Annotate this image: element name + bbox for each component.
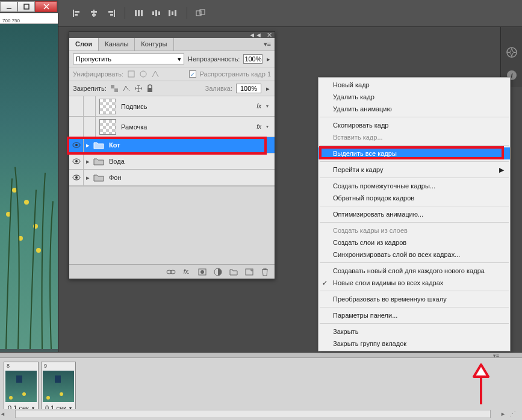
expand-icon[interactable]: ▸ [86, 158, 90, 165]
align-left-icon[interactable] [70, 7, 84, 20]
window-chrome [0, 0, 58, 13]
propagate-checkbox[interactable] [189, 70, 196, 78]
menu-optimize[interactable]: Оптимизировать анимацию... [318, 208, 510, 220]
link-layers-icon[interactable] [166, 267, 176, 277]
distribute-center-icon[interactable] [149, 7, 163, 20]
menu-new-frame[interactable]: Новый кадр [318, 79, 510, 91]
visibility-toggle[interactable] [69, 170, 84, 185]
svg-rect-18 [158, 11, 160, 15]
panel-menu-icon[interactable]: ▾≡ [493, 353, 499, 359]
fx-icon[interactable]: fx. [182, 267, 191, 277]
fx-expand-icon[interactable]: ▾ [266, 103, 269, 109]
canvas-image[interactable] [0, 24, 58, 349]
align-right-icon[interactable] [104, 7, 117, 20]
mask-icon[interactable] [197, 267, 207, 277]
auto-align-icon[interactable] [194, 7, 208, 20]
menu-new-layer-per-frame[interactable]: Создавать новый слой для каждого нового … [318, 265, 510, 277]
maximize-button[interactable] [17, 1, 35, 12]
visibility-toggle[interactable] [69, 153, 84, 169]
panel-menu-icon[interactable]: ▾≡ [260, 38, 275, 51]
layer-row[interactable]: ▸ Фон [69, 170, 275, 186]
svg-point-36 [75, 160, 78, 162]
menu-delete-frame[interactable]: Удалить кадр [318, 91, 510, 103]
expand-icon[interactable]: ▸ [86, 141, 90, 149]
lock-transparent-icon[interactable] [110, 84, 119, 93]
menu-label: Новые слои видимы во всех кадрах [333, 279, 443, 286]
lock-position-icon[interactable] [134, 84, 143, 93]
layer-row[interactable]: Рамочка fx ▾ [69, 117, 275, 137]
opacity-value[interactable]: 100% [243, 54, 263, 64]
svg-rect-4 [73, 10, 74, 17]
blend-mode-select[interactable]: Пропустить ▾ [73, 54, 184, 64]
layer-row[interactable]: Подпись fx ▾ [69, 96, 275, 117]
submenu-arrow-icon: ▶ [499, 166, 504, 174]
link-col[interactable] [84, 117, 96, 137]
expand-icon[interactable]: ▸ [86, 174, 90, 182]
svg-rect-8 [91, 11, 97, 13]
menu-reverse-frames[interactable]: Обратный порядок кадров [318, 192, 510, 204]
visibility-toggle[interactable] [69, 96, 84, 116]
fill-slider-icon[interactable]: ▸ [265, 84, 271, 93]
visibility-toggle[interactable] [69, 137, 84, 153]
menu-close[interactable]: Закрыть [318, 326, 510, 338]
svg-rect-15 [141, 10, 143, 16]
animation-frame[interactable]: 8 0,1 сек.▾ [4, 362, 39, 413]
timeline-scrollbar[interactable]: ◄ ► ⋰ [0, 409, 522, 419]
fx-badge[interactable]: fx [256, 103, 261, 110]
tab-layers[interactable]: Слои [69, 38, 99, 51]
unify-visibility-icon[interactable] [139, 70, 148, 78]
link-col[interactable] [84, 96, 96, 116]
distribute-right-icon[interactable] [166, 7, 179, 20]
layer-thumbnail[interactable] [99, 119, 116, 135]
tab-channels[interactable]: Каналы [99, 38, 135, 51]
menu-match-layer[interactable]: Синхронизировать слой во всех кадрах... [318, 249, 510, 261]
align-center-h-icon[interactable] [87, 7, 101, 20]
unify-position-icon[interactable] [127, 70, 135, 78]
group-icon[interactable] [229, 267, 238, 277]
delete-layer-icon[interactable] [260, 267, 270, 277]
menu-panel-options[interactable]: Параметры панели... [318, 309, 510, 321]
layer-row[interactable]: ▸ Вода [69, 153, 275, 170]
lock-all-icon[interactable] [146, 84, 155, 93]
new-layer-icon[interactable] [244, 267, 254, 277]
fx-badge[interactable]: fx [256, 123, 261, 130]
lock-image-icon[interactable] [122, 84, 131, 93]
distribute-left-icon[interactable] [132, 7, 146, 20]
frame-thumbnail [43, 371, 74, 402]
timeline-header[interactable]: ▾≡ [0, 353, 522, 358]
svg-rect-44 [246, 269, 253, 275]
canvas-preview: 700 750 [0, 13, 58, 352]
adjustment-icon[interactable] [213, 267, 223, 277]
scrollbar-track[interactable] [15, 410, 491, 418]
menu-goto-frame[interactable]: Перейти к кадру▶ [318, 164, 510, 176]
close-button[interactable] [35, 1, 57, 12]
resize-grip-icon[interactable]: ⋰ [509, 410, 516, 418]
navigator-icon[interactable] [505, 45, 519, 60]
menu-select-all-frames[interactable]: Выделить все кадры [318, 147, 510, 159]
menu-copy-frame[interactable]: Скопировать кадр [318, 119, 510, 131]
layer-thumbnail[interactable] [99, 99, 116, 114]
fill-label: Заливка: [205, 85, 232, 92]
opacity-slider-icon[interactable]: ▸ [266, 55, 271, 63]
fill-value[interactable]: 100% [236, 84, 261, 93]
unify-style-icon[interactable] [151, 70, 160, 78]
ruler: 700 750 [0, 13, 58, 24]
panel-titlebar[interactable]: ◄◄ ✕ [69, 32, 275, 38]
layers-footer: fx. [69, 264, 275, 279]
layer-row-selected[interactable]: ▸ Кот [69, 137, 275, 153]
animation-timeline: ▾≡ 8 0,1 сек.▾ 9 0,1 сек.▾ ◄ ► ⋰ [0, 353, 522, 420]
tab-paths[interactable]: Контуры [135, 38, 173, 51]
menu-delete-animation[interactable]: Удалить анимацию [318, 103, 510, 115]
svg-rect-21 [175, 10, 176, 16]
menu-tween[interactable]: Создать промежуточные кадры... [318, 180, 510, 192]
menu-convert-timeline[interactable]: Преобразовать во временную шкалу [318, 293, 510, 305]
layers-empty-area [69, 186, 275, 264]
menu-close-tab-group[interactable]: Закрыть группу вкладок [318, 338, 510, 350]
blend-opacity-row: Пропустить ▾ Непрозрачность: 100% ▸ [69, 51, 275, 67]
menu-new-layers-visible[interactable]: ✓Новые слои видимы во всех кадрах [318, 277, 510, 289]
fx-expand-icon[interactable]: ▾ [266, 124, 269, 129]
minimize-button[interactable] [0, 1, 17, 12]
visibility-toggle[interactable] [69, 117, 84, 137]
menu-layers-from-frames[interactable]: Создать слои из кадров [318, 236, 510, 249]
animation-frame[interactable]: 9 0,1 сек.▾ [41, 362, 76, 413]
